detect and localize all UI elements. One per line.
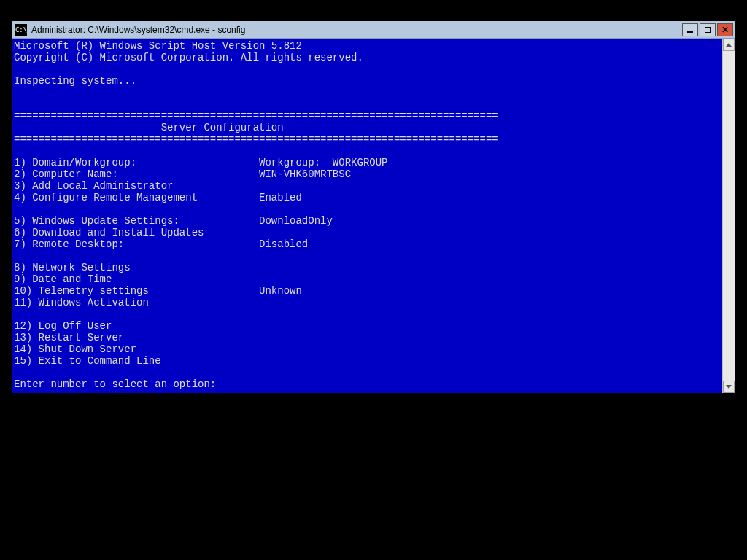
window-controls: ✕ (682, 23, 733, 36)
scroll-down-button[interactable] (723, 381, 735, 393)
close-button[interactable]: ✕ (717, 23, 733, 36)
scrollbar-track[interactable] (723, 51, 735, 381)
console-body: Microsoft (R) Windows Script Host Versio… (12, 39, 735, 393)
titlebar[interactable]: C:\ Administrator: C:\Windows\system32\c… (12, 21, 735, 39)
close-icon: ✕ (721, 26, 729, 34)
scroll-up-button[interactable] (723, 39, 735, 51)
cmd-window: C:\ Administrator: C:\Windows\system32\c… (12, 20, 735, 394)
maximize-icon (705, 27, 711, 33)
minimize-button[interactable] (682, 23, 698, 36)
chevron-up-icon (726, 43, 732, 47)
chevron-down-icon (726, 385, 732, 389)
maximize-button[interactable] (700, 23, 716, 36)
minimize-icon (687, 31, 693, 33)
cmd-icon: C:\ (15, 24, 27, 36)
console-output[interactable]: Microsoft (R) Windows Script Host Versio… (12, 39, 722, 393)
window-title: Administrator: C:\Windows\system32\cmd.e… (31, 25, 682, 35)
vertical-scrollbar[interactable] (722, 39, 735, 393)
